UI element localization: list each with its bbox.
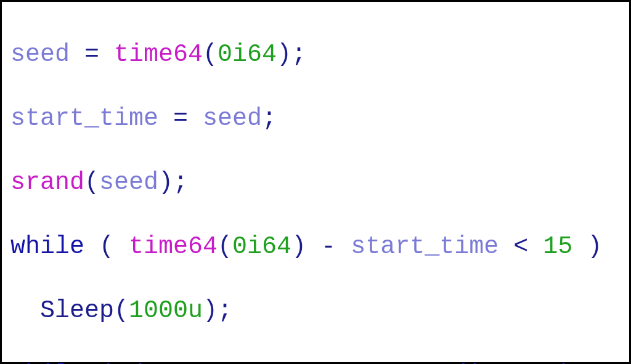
operator: < bbox=[499, 233, 543, 261]
variable-seed: seed bbox=[10, 41, 70, 68]
code-line-1: seed = time64(0i64); bbox=[10, 39, 621, 71]
semicolon: ; bbox=[262, 105, 277, 132]
func-decrypt: ( decrypt_reg_run_stage2() < bbox=[84, 361, 528, 364]
paren: ( bbox=[203, 41, 218, 68]
literal: 0 bbox=[528, 361, 543, 364]
func-time64: time64 bbox=[114, 41, 203, 68]
func-srand: srand bbox=[10, 169, 84, 196]
keyword-while: while bbox=[10, 361, 84, 364]
paren: ( bbox=[84, 233, 129, 261]
paren: ( bbox=[84, 169, 99, 196]
literal: 15 bbox=[543, 233, 572, 261]
operator: = bbox=[70, 41, 114, 68]
code-block: seed = time64(0i64); start_time = seed; … bbox=[0, 0, 631, 364]
literal: 0i64 bbox=[218, 41, 277, 68]
literal: 1000u bbox=[129, 297, 203, 325]
paren: ); bbox=[203, 297, 232, 325]
code-line-3: srand(seed); bbox=[10, 167, 621, 199]
paren: ) bbox=[543, 361, 572, 364]
operator: = bbox=[158, 105, 203, 132]
variable-start-time: start_time bbox=[351, 233, 499, 261]
literal: 0i64 bbox=[232, 233, 291, 261]
paren: ); bbox=[158, 169, 188, 196]
paren: ); bbox=[277, 41, 306, 68]
func-sleep: Sleep( bbox=[10, 297, 129, 325]
code-line-6: while ( decrypt_reg_run_stage2() < 0 ) bbox=[10, 359, 621, 364]
variable-start-time: start_time bbox=[10, 105, 158, 132]
code-line-5: Sleep(1000u); bbox=[10, 295, 621, 327]
func-time64: time64 bbox=[129, 233, 218, 261]
operator: ) - bbox=[291, 233, 351, 261]
code-line-4: while ( time64(0i64) - start_time < 15 ) bbox=[10, 231, 621, 263]
code-line-2: start_time = seed; bbox=[10, 103, 621, 135]
variable-seed: seed bbox=[203, 105, 262, 132]
paren: ) bbox=[572, 233, 602, 261]
variable-seed: seed bbox=[99, 169, 158, 196]
keyword-while: while bbox=[10, 233, 84, 261]
paren: ( bbox=[218, 233, 232, 261]
